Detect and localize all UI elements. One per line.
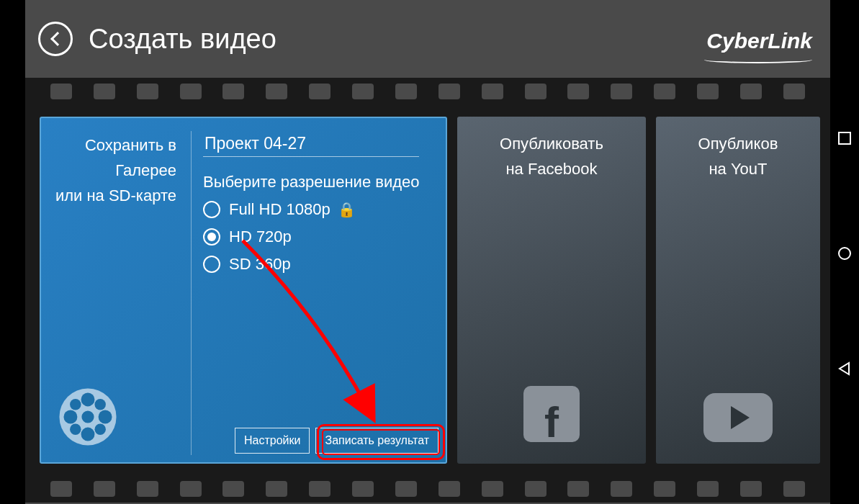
chevron-left-icon [50,32,65,46]
save-destination-label: Сохранить в Галерее или на SD-карте [41,118,185,209]
save-to-gallery-card[interactable]: Сохранить в Галерее или на SD-карте Выбе… [40,117,447,464]
svg-rect-10 [839,132,850,144]
back-button[interactable] [38,22,73,56]
settings-button[interactable]: Настройки [235,428,310,454]
youtube-card-label: Опубликов на YouT [656,117,820,181]
nav-recent-button[interactable] [836,130,853,147]
nav-back-button[interactable] [836,360,853,377]
svg-point-1 [81,410,94,423]
svg-point-3 [81,428,95,441]
svg-point-5 [99,410,112,424]
resolution-option-fullhd[interactable]: Full HD 1080p 🔒 [203,200,441,219]
facebook-icon: f [523,386,580,442]
vertical-divider [191,131,192,455]
svg-point-2 [81,392,95,406]
publish-youtube-card[interactable]: Опубликов на YouT [656,117,820,464]
resolution-heading: Выберите разрешение видео [203,173,441,192]
phone-frame: Создать видео CyberLink Сохранить в Гале… [0,0,859,504]
radio-icon [203,256,220,273]
lock-icon: 🔒 [338,201,356,218]
logo-swoosh [704,56,812,63]
header-bar: Создать видео CyberLink [25,0,830,78]
radio-icon [203,201,220,218]
publish-facebook-card[interactable]: Опубликовать на Facebook f [457,117,646,464]
resolution-option-sd[interactable]: SD 360p [203,255,441,274]
record-result-button[interactable]: Записать результат [315,428,439,454]
film-strip-bottom [25,475,830,503]
svg-point-7 [94,399,105,410]
cards-row[interactable]: Сохранить в Галерее или на SD-карте Выбе… [25,105,830,475]
project-name-input[interactable] [203,131,419,157]
page-title: Создать видео [89,24,276,55]
radio-icon-selected [203,228,220,246]
film-reel-icon [57,386,119,448]
svg-point-4 [63,410,77,424]
facebook-card-label: Опубликовать на Facebook [457,117,646,181]
film-strip-top [25,78,830,105]
svg-point-8 [70,423,81,434]
youtube-icon [703,393,773,442]
svg-point-9 [94,423,105,434]
svg-point-6 [70,399,81,410]
android-nav-bar [830,0,859,504]
resolution-option-hd[interactable]: HD 720p [203,228,441,246]
app-screen: Создать видео CyberLink Сохранить в Гале… [25,0,830,504]
nav-home-button[interactable] [836,245,853,262]
cyberlink-logo: CyberLink [706,29,812,53]
svg-point-11 [839,248,850,259]
